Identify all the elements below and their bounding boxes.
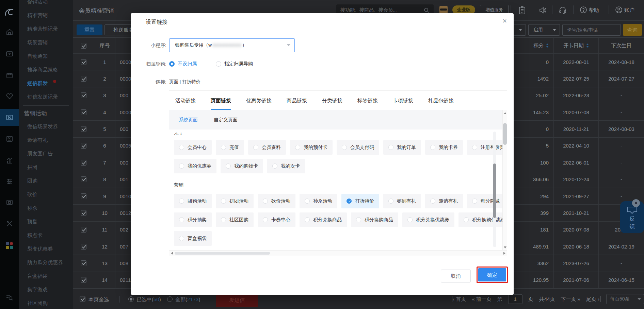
settings-sliders-icon[interactable] bbox=[0, 174, 19, 189]
sidebar-item[interactable]: 社区团购 bbox=[19, 296, 73, 309]
checkbox-checked-icon[interactable] bbox=[81, 176, 86, 182]
member-card-icon[interactable] bbox=[0, 46, 19, 61]
sidebar-item[interactable]: 团购 bbox=[19, 174, 73, 188]
pagination-next[interactable]: 下一页 » bbox=[561, 296, 580, 303]
page-option[interactable]: 砍价活动 bbox=[258, 194, 295, 208]
belong-none-label[interactable]: 不设归属 bbox=[178, 61, 197, 67]
sort-icon[interactable] bbox=[586, 44, 589, 48]
row-checkbox-cell[interactable] bbox=[73, 205, 94, 221]
sidebar-item[interactable]: 促销活动 bbox=[19, 0, 73, 8]
sidebar-item[interactable]: 场景营销 bbox=[19, 36, 73, 49]
sidebar-item[interactable]: 短信群发 bbox=[19, 76, 73, 90]
avatar[interactable] bbox=[439, 6, 448, 14]
scrollbar-thumb[interactable] bbox=[503, 123, 507, 145]
headset-icon[interactable] bbox=[558, 6, 567, 16]
checkbox-checked-icon[interactable] bbox=[81, 193, 86, 199]
page-option[interactable]: 积分抽奖 bbox=[174, 212, 212, 227]
selected-label[interactable]: 已选中(50) bbox=[136, 296, 161, 303]
subtab-custom-pages[interactable]: 自定义页面 bbox=[214, 117, 238, 123]
belong-assign-label[interactable]: 指定归属导购 bbox=[224, 61, 253, 67]
pagination-prev[interactable]: « 前一页 bbox=[472, 296, 492, 303]
checkbox-checked-icon[interactable] bbox=[81, 210, 86, 216]
checkbox-checked-icon[interactable] bbox=[81, 244, 86, 250]
sidebar-item[interactable]: 盲盒福袋 bbox=[19, 269, 73, 283]
page-option[interactable]: 会员支付码 bbox=[337, 140, 379, 155]
query-button[interactable]: 查询 bbox=[623, 24, 642, 36]
page-option[interactable]: 团购活动 bbox=[174, 194, 212, 208]
scroll-left-arrow-icon[interactable] bbox=[171, 252, 173, 255]
checkbox-checked-icon[interactable] bbox=[81, 277, 86, 283]
checkbox-checked-icon[interactable] bbox=[81, 76, 86, 82]
design-tools-icon[interactable] bbox=[0, 216, 19, 231]
page-option[interactable]: 我的预付卡 bbox=[290, 140, 333, 155]
scroll-up-arrow-icon[interactable] bbox=[504, 112, 506, 114]
feedback-widget[interactable]: × 反 馈 bbox=[620, 201, 644, 233]
card-reader-icon[interactable] bbox=[0, 195, 19, 210]
help-label[interactable]: 帮助 bbox=[589, 7, 599, 14]
page-option[interactable]: 积分兑换优惠券 bbox=[402, 212, 454, 227]
link-type-tab[interactable]: 页面链接 bbox=[211, 91, 231, 110]
header-checkbox-cell[interactable] bbox=[73, 38, 94, 53]
sidebar-item[interactable]: 砍价 bbox=[19, 188, 73, 201]
sidebar-item[interactable]: 秒杀 bbox=[19, 201, 73, 215]
page-option[interactable]: 盲盒福袋 bbox=[174, 231, 212, 246]
sidebar-item[interactable]: 短信发送记录 bbox=[19, 90, 73, 104]
member-search-input[interactable]: 卡号/姓名/电话 bbox=[562, 24, 621, 36]
selected-radio[interactable] bbox=[128, 296, 134, 302]
sort-icon[interactable] bbox=[546, 44, 549, 48]
select-all-checkbox[interactable] bbox=[80, 296, 85, 302]
sidebar-item[interactable]: 推荐商品策略 bbox=[19, 63, 73, 76]
per-page-select[interactable]: 每页50条 bbox=[606, 294, 644, 304]
page-option[interactable]: 拼团活动 bbox=[216, 194, 254, 208]
page-option[interactable]: 我的优惠券 bbox=[174, 159, 216, 173]
sidebar-item[interactable]: 精准营销 bbox=[19, 8, 73, 22]
inner-scrollbar-thumb[interactable] bbox=[493, 164, 496, 218]
sidebar-item[interactable]: 邀请有礼 bbox=[19, 133, 73, 147]
cancel-button[interactable]: 取消 bbox=[441, 270, 471, 282]
sidebar-item[interactable]: 拼团 bbox=[19, 160, 73, 174]
link-type-tab[interactable]: 卡项链接 bbox=[393, 91, 413, 110]
radio-icon[interactable] bbox=[216, 61, 221, 67]
account-icon[interactable] bbox=[615, 6, 623, 15]
sidebar-item[interactable]: 裂变优惠券 bbox=[19, 242, 73, 256]
sidebar-item[interactable]: 集字游戏 bbox=[19, 283, 73, 296]
sidebar-item[interactable]: 微信场景发券 bbox=[19, 120, 73, 133]
horizontal-scrollbar[interactable] bbox=[169, 250, 507, 256]
checkbox-checked-icon[interactable] bbox=[81, 109, 86, 115]
page-option[interactable]: 我的购物卡 bbox=[221, 159, 263, 173]
row-checkbox-cell[interactable] bbox=[73, 70, 94, 87]
apps-colored-icon[interactable] bbox=[0, 238, 19, 253]
row-checkbox-cell[interactable] bbox=[73, 238, 94, 255]
page-option[interactable]: 卡券中心 bbox=[258, 212, 295, 227]
row-checkbox-cell[interactable] bbox=[73, 121, 94, 137]
page-option[interactable]: 积分商城 bbox=[467, 194, 505, 208]
page-option[interactable]: 签到有礼 bbox=[383, 194, 421, 208]
speaker-icon[interactable] bbox=[538, 6, 547, 16]
page-option[interactable]: 我的卡券 bbox=[425, 140, 463, 155]
row-checkbox-cell[interactable] bbox=[73, 171, 94, 188]
page-option[interactable]: 充值 bbox=[216, 140, 244, 155]
scrollbar-thumb[interactable] bbox=[175, 252, 270, 255]
all-label[interactable]: 全部(2173) bbox=[175, 296, 200, 303]
header-open-date[interactable]: 开卡日期 bbox=[554, 38, 599, 53]
sidebar-item[interactable]: 预售 bbox=[19, 215, 73, 228]
statistics-icon[interactable] bbox=[0, 153, 19, 168]
scroll-right-arrow-icon[interactable] bbox=[503, 252, 505, 255]
help-icon[interactable] bbox=[579, 6, 587, 15]
pagination-last[interactable]: 尾页 › bbox=[586, 296, 600, 303]
confirm-button[interactable]: 确定 bbox=[478, 268, 506, 281]
row-checkbox-cell[interactable] bbox=[73, 272, 94, 288]
row-checkbox-cell[interactable] bbox=[73, 222, 94, 238]
link-type-tab[interactable]: 分类链接 bbox=[322, 91, 342, 110]
radio-selected-icon[interactable] bbox=[169, 61, 175, 67]
close-icon[interactable]: × bbox=[502, 17, 507, 25]
subtab-system-pages[interactable]: 系统页面 bbox=[179, 117, 198, 123]
checkbox-checked-icon[interactable] bbox=[81, 160, 86, 166]
row-checkbox-cell[interactable] bbox=[73, 138, 94, 154]
page-option[interactable]: 秒杀活动 bbox=[300, 194, 337, 208]
link-type-tab[interactable]: 优惠券链接 bbox=[246, 91, 272, 110]
all-radio[interactable] bbox=[167, 296, 173, 302]
sidebar-item[interactable]: 助力瓜分优惠券 bbox=[19, 256, 73, 269]
link-type-tab[interactable]: 活动链接 bbox=[175, 91, 196, 110]
sidebar-item[interactable]: 积点卡 bbox=[19, 228, 73, 242]
